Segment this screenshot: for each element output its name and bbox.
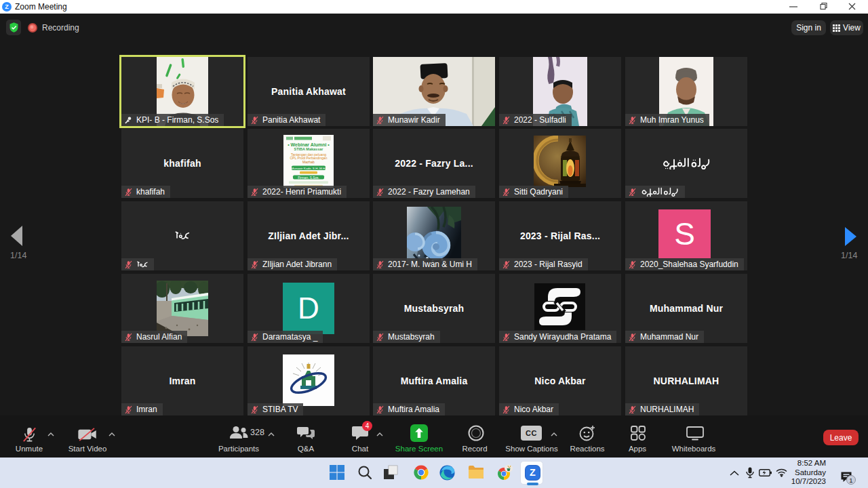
svg-text:Firman, S.Sos.: Firman, S.Sos.: [298, 176, 319, 180]
svg-text:Tantangan dan peluang: Tantangan dan peluang: [291, 153, 326, 157]
svg-text:Munawir Kadir, S.H.,M.H.: Munawir Kadir, S.H.,M.H.: [291, 167, 326, 170]
svg-text:• Webinar Alumni •: • Webinar Alumni •: [288, 142, 330, 147]
svg-text:CPL Prodi Perbandingan: CPL Prodi Perbandingan: [290, 157, 328, 160]
svg-text:Z: Z: [5, 3, 9, 10]
svg-text:Z: Z: [530, 467, 536, 478]
svg-text:STIBA Makassar: STIBA Makassar: [294, 147, 323, 151]
svg-text:Mazhab: Mazhab: [302, 161, 315, 164]
